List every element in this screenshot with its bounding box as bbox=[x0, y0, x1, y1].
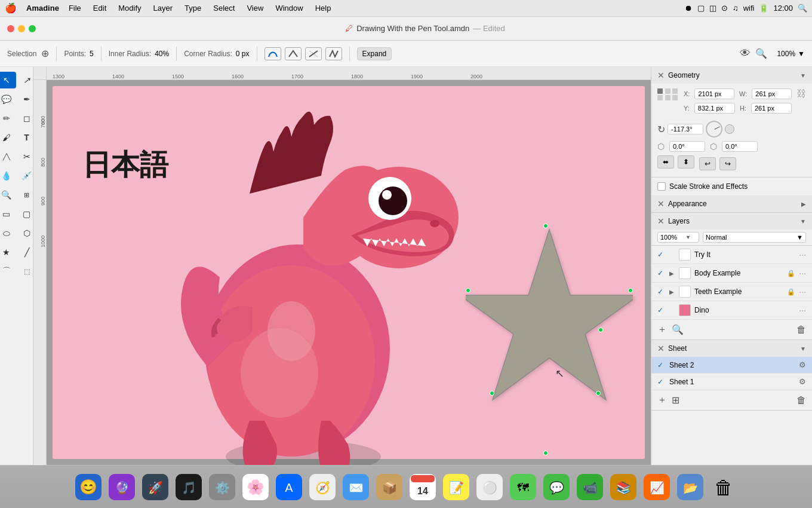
menu-modify[interactable]: Modify bbox=[116, 2, 143, 14]
redo-transform-button[interactable]: ↪ bbox=[719, 157, 736, 170]
appearance-close-icon[interactable]: ✕ bbox=[657, 199, 665, 209]
link-proportions-icon[interactable]: ⛓ bbox=[796, 88, 806, 99]
dock-system-prefs[interactable]: ⚙️ bbox=[207, 472, 238, 503]
dock-grapher[interactable]: 📈 bbox=[641, 472, 672, 503]
handle-left-bottom[interactable] bbox=[490, 391, 494, 396]
sheet-settings-icon[interactable]: ⚙ bbox=[799, 360, 806, 369]
dock-messages[interactable]: 💬 bbox=[541, 472, 572, 503]
opacity-control[interactable]: ▼ bbox=[657, 232, 699, 243]
dock-safari[interactable]: 🧭 bbox=[307, 472, 338, 503]
layers-chevron-icon[interactable]: ▼ bbox=[800, 218, 806, 225]
expand-button[interactable]: Expand bbox=[357, 47, 392, 60]
delete-sheet-button[interactable]: 🗑 bbox=[796, 395, 806, 406]
handle-right-mid[interactable] bbox=[598, 328, 603, 332]
geometry-close-icon[interactable]: ✕ bbox=[657, 71, 665, 80]
star-svg[interactable] bbox=[466, 224, 633, 465]
paint-tool[interactable]: 🖌 bbox=[0, 129, 16, 146]
dock-downloads[interactable]: 📂 bbox=[675, 472, 706, 503]
layer-item-teeth-example[interactable]: ✓ ▶ Teeth Example 🔒 ··· bbox=[651, 283, 812, 301]
curve-smooth-btn[interactable] bbox=[264, 47, 281, 60]
layer-options-icon[interactable]: ··· bbox=[799, 305, 806, 315]
search-icon[interactable]: 🔍 bbox=[798, 4, 807, 13]
zoom-display[interactable]: 100% ▼ bbox=[777, 50, 805, 58]
dock-calendar[interactable]: 14 bbox=[407, 472, 438, 503]
sheets-close-icon[interactable]: ✕ bbox=[657, 344, 665, 353]
minimize-window-button[interactable] bbox=[18, 25, 25, 32]
handle-right-top[interactable] bbox=[628, 288, 633, 293]
apple-menu[interactable]: 🍎 bbox=[5, 2, 17, 14]
menu-edit[interactable]: Edit bbox=[91, 2, 109, 14]
select-tool[interactable]: ↖ bbox=[0, 72, 16, 88]
rotation-handle[interactable] bbox=[725, 124, 734, 134]
curve-corner-btn[interactable] bbox=[285, 47, 302, 60]
layer-visibility-check[interactable]: ✓ bbox=[657, 250, 666, 259]
dock-facetime[interactable]: 📹 bbox=[574, 472, 605, 503]
handle-right-bottom[interactable] bbox=[596, 391, 601, 396]
sheet-item-1[interactable]: ✓ Sheet 1 ⚙ bbox=[651, 374, 812, 390]
opacity-input[interactable] bbox=[660, 234, 684, 241]
dock-launchpad[interactable]: 🚀 bbox=[140, 472, 171, 503]
visibility-icon[interactable]: 👁 bbox=[740, 47, 751, 60]
shear-y-input[interactable] bbox=[722, 141, 758, 152]
layer-visibility-check[interactable]: ✓ bbox=[657, 269, 666, 277]
dock-notes[interactable]: 📝 bbox=[441, 472, 472, 503]
rect-tool[interactable]: ▭ bbox=[0, 206, 16, 222]
layer-visibility-check[interactable]: ✓ bbox=[657, 306, 666, 314]
dock-maps[interactable]: 🗺 bbox=[508, 472, 539, 503]
layer-options-icon[interactable]: ··· bbox=[799, 287, 806, 296]
pencil-tool[interactable]: ✏ bbox=[0, 110, 16, 127]
menu-select[interactable]: Select bbox=[211, 2, 237, 14]
arrange-sheets-button[interactable]: ⊞ bbox=[672, 394, 679, 406]
layer-item-dino[interactable]: ✓ Dino ··· bbox=[651, 301, 812, 320]
scale-stroke-checkbox[interactable] bbox=[657, 182, 666, 191]
curve-line-btn[interactable] bbox=[325, 47, 342, 60]
dock-photos[interactable]: 🌸 bbox=[240, 472, 271, 503]
w-input[interactable] bbox=[752, 88, 792, 99]
canvas-area[interactable]: 1300 1400 1500 1600 1700 1800 1900 2000 … bbox=[33, 67, 651, 465]
y-input[interactable] bbox=[694, 103, 735, 114]
blend-mode-select[interactable]: Normal ▼ bbox=[703, 232, 806, 243]
app-name[interactable]: Amadine bbox=[26, 4, 59, 13]
dock-music[interactable]: 🎵 bbox=[173, 472, 204, 503]
dock-siri[interactable]: 🔮 bbox=[106, 472, 137, 503]
menu-layer[interactable]: Layer bbox=[151, 2, 176, 14]
star-shape-container[interactable]: ↖ bbox=[466, 224, 633, 465]
dock-trash[interactable]: 🗑 bbox=[708, 472, 739, 503]
appearance-header[interactable]: ✕ Appearance ▶ bbox=[651, 195, 812, 212]
layer-options-icon[interactable]: ··· bbox=[799, 268, 806, 278]
handle-top[interactable] bbox=[543, 224, 548, 228]
appearance-chevron-icon[interactable]: ▶ bbox=[801, 201, 806, 207]
geometry-header[interactable]: ✕ Geometry ▼ bbox=[651, 67, 812, 84]
layer-expand-icon[interactable]: ▶ bbox=[669, 289, 675, 295]
layer-expand-icon[interactable]: ▶ bbox=[669, 270, 675, 277]
canvas-content[interactable]: 日本語 bbox=[47, 80, 651, 465]
handle-left-top[interactable] bbox=[466, 288, 470, 293]
sheets-header[interactable]: ✕ Sheet ▼ bbox=[651, 340, 812, 357]
curve-tangent-btn[interactable] bbox=[305, 47, 322, 60]
node-tool[interactable]: ╱╲ bbox=[0, 148, 16, 165]
layer-item-try-it[interactable]: ✓ Try It ··· bbox=[651, 246, 812, 264]
menu-view[interactable]: View bbox=[244, 2, 266, 14]
dock-mail[interactable]: ✉️ bbox=[340, 472, 371, 503]
add-layer-button[interactable]: ＋ bbox=[657, 323, 667, 336]
arc-tool[interactable]: ⌒ bbox=[0, 263, 16, 280]
menu-help[interactable]: Help bbox=[313, 2, 334, 14]
geometry-chevron-icon[interactable]: ▼ bbox=[800, 72, 806, 79]
rotation-control[interactable]: ↻ bbox=[657, 121, 734, 137]
flip-horizontal-button[interactable]: ⬌ bbox=[657, 155, 674, 169]
rotation-dial[interactable] bbox=[706, 121, 722, 137]
menu-file[interactable]: File bbox=[66, 2, 84, 14]
layers-close-icon[interactable]: ✕ bbox=[657, 216, 665, 226]
zoom-tool[interactable]: 🔍 bbox=[0, 186, 16, 203]
dock-books[interactable]: 📚 bbox=[608, 472, 639, 503]
fill-tool[interactable]: 💧 bbox=[0, 167, 16, 184]
close-window-button[interactable] bbox=[7, 25, 14, 32]
layers-header[interactable]: ✕ Layers ▼ bbox=[651, 213, 812, 229]
rotation-input[interactable] bbox=[668, 124, 703, 134]
layer-visibility-check[interactable]: ✓ bbox=[657, 287, 666, 296]
dock-reminders[interactable]: ⚪ bbox=[474, 472, 505, 503]
h-input[interactable] bbox=[751, 103, 792, 114]
handle-bottom[interactable] bbox=[543, 451, 548, 455]
ellipse-tool[interactable]: ⬭ bbox=[0, 225, 16, 241]
add-sheet-button[interactable]: ＋ bbox=[657, 394, 667, 406]
